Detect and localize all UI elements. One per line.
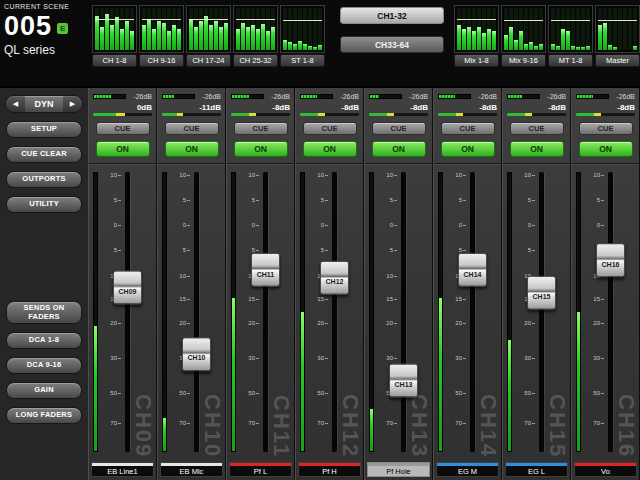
cue-button[interactable]: CUE <box>579 122 633 135</box>
meter-group-ch-1-8: CH 1-8 <box>92 5 137 67</box>
channel-name-text: Vo <box>601 467 610 476</box>
meter-block <box>92 5 137 53</box>
meter-group-ch-17-24: CH 17-24 <box>186 5 231 67</box>
meter-group-master: Master <box>595 5 640 67</box>
peak-hold-indicator <box>142 19 181 20</box>
channel-color-stripe <box>161 463 222 466</box>
level-meter-bar <box>576 8 580 50</box>
fader-bank-buttons: CH1-32CH33-64 <box>340 7 444 65</box>
channel-name-label[interactable]: EB Line1 <box>91 462 154 477</box>
channel-gain-bar <box>438 113 497 116</box>
level-meter-bar <box>251 8 255 50</box>
scene-block[interactable]: CURRENT SCENE 005 E QL series <box>4 3 90 57</box>
fader-knob[interactable]: CH15 <box>527 275 556 309</box>
channel-color-stripe <box>92 463 153 466</box>
on-button[interactable]: ON <box>96 141 150 157</box>
channel-name-label[interactable]: EG L <box>505 462 568 477</box>
sidebar-button-gain[interactable]: GAIN <box>6 382 82 399</box>
meter-group-ch-25-32: CH 25-32 <box>233 5 278 67</box>
channel-strip-ch14: -26dB-8dBCUEON10505101520305070CH14CH14E… <box>433 88 502 480</box>
fader-knob[interactable]: CH11 <box>251 253 280 287</box>
dyn-label[interactable]: DYN <box>25 96 63 112</box>
fader-knob[interactable]: CH16 <box>596 243 625 277</box>
level-meter-bar <box>487 8 491 50</box>
cue-button[interactable]: CUE <box>372 122 426 135</box>
channel-gain-bar <box>231 113 290 116</box>
channel-name-label[interactable]: Pf H <box>298 462 361 477</box>
meter-block <box>548 5 593 53</box>
level-meter-bar <box>194 8 198 50</box>
fader-knob[interactable]: CH13 <box>389 364 418 398</box>
cue-button[interactable]: CUE <box>303 122 357 135</box>
peak-hold-indicator <box>283 20 322 21</box>
meter-block <box>233 5 278 53</box>
on-button[interactable]: ON <box>372 141 426 157</box>
channel-input-meter <box>576 94 609 99</box>
fader-knob-label: CH09 <box>119 288 137 295</box>
fader-knob[interactable]: CH12 <box>320 261 349 295</box>
dyn-prev-arrow-icon[interactable]: ◀ <box>6 96 25 112</box>
scene-edit-badge: E <box>57 23 68 34</box>
channel-name-label[interactable]: EG M <box>436 462 499 477</box>
on-button[interactable]: ON <box>579 141 633 157</box>
channel-name-label[interactable]: EB Mic <box>160 462 223 477</box>
channel-name-label[interactable]: Pf L <box>229 462 292 477</box>
channel-input-meter <box>162 94 195 99</box>
peak-hold-indicator <box>189 19 228 20</box>
on-button[interactable]: ON <box>234 141 288 157</box>
fader-knob[interactable]: CH14 <box>458 253 487 287</box>
level-meter-bar <box>524 8 528 50</box>
channel-name-label[interactable]: Vo <box>574 462 637 477</box>
channel-name-text: Pf L <box>254 467 267 476</box>
level-meter-bar <box>618 8 622 50</box>
level-meter-bar <box>623 8 627 50</box>
sidebar-button-sends-on-faders[interactable]: SENDS ON FADERS <box>6 301 82 324</box>
level-meter-bar <box>613 8 617 50</box>
level-meter-bar <box>529 8 533 50</box>
top-bar: CURRENT SCENE 005 E QL series CH 1-8CH 9… <box>0 0 640 88</box>
level-meter-bar <box>224 8 228 50</box>
dyn-next-arrow-icon[interactable]: ▶ <box>63 96 82 112</box>
on-button[interactable]: ON <box>165 141 219 157</box>
sidebar-button-utility[interactable]: UTILITY <box>6 196 82 213</box>
channel-strip-ch16: -26dB-8dBCUEON10505101520305070CH16CH16V… <box>571 88 640 480</box>
level-meter-bar <box>130 8 134 50</box>
meter-block <box>595 5 640 53</box>
cue-button[interactable]: CUE <box>510 122 564 135</box>
channel-name-label[interactable]: Pf Hole <box>367 462 430 477</box>
peak-hold-indicator <box>504 20 543 21</box>
on-button[interactable]: ON <box>510 141 564 157</box>
cue-button[interactable]: CUE <box>234 122 288 135</box>
channel-strip-ch12: -26dB-8dBCUEON10505101520305070CH12CH12P… <box>295 88 364 480</box>
channel-input-meter <box>369 94 402 99</box>
fader-knob[interactable]: CH09 <box>113 270 142 304</box>
on-button[interactable]: ON <box>303 141 357 157</box>
fader-knob[interactable]: CH10 <box>182 337 211 371</box>
level-meter-bar <box>142 8 146 50</box>
cue-button[interactable]: CUE <box>441 122 495 135</box>
channel-meter-db-label: -26dB <box>478 93 497 100</box>
sidebar-button-outports[interactable]: OUTPORTS <box>6 171 82 188</box>
sidebar-button-setup[interactable]: SETUP <box>6 121 82 138</box>
sidebar: ◀ DYN ▶ SETUPCUE CLEAROUTPORTSUTILITY SE… <box>0 88 88 480</box>
sidebar-button-dca-1-8[interactable]: DCA 1-8 <box>6 332 82 349</box>
meter-group-label: Master <box>595 54 640 67</box>
channel-name-text: EB Mic <box>180 467 204 476</box>
channel-gain-value: -8dB <box>231 103 290 112</box>
channel-color-stripe <box>575 463 636 466</box>
cue-button[interactable]: CUE <box>96 122 150 135</box>
sidebar-button-dca-9-16[interactable]: DCA 9-16 <box>6 357 82 374</box>
bank-button-ch1-32[interactable]: CH1-32 <box>340 7 444 24</box>
channel-color-stripe <box>230 463 291 466</box>
level-meter-bar <box>172 8 176 50</box>
meter-group-st-1-8: ST 1-8 <box>280 5 325 67</box>
channel-strip-ch15: -26dB-8dBCUEON10505101520305070CH15CH15E… <box>502 88 571 480</box>
channel-color-stripe <box>368 463 429 466</box>
channel-name-text: EG L <box>528 467 545 476</box>
bank-button-ch33-64[interactable]: CH33-64 <box>340 36 444 53</box>
sidebar-button-cue-clear[interactable]: CUE CLEAR <box>6 146 82 163</box>
sidebar-button-long-faders[interactable]: LONG FADERS <box>6 407 82 424</box>
on-button[interactable]: ON <box>441 141 495 157</box>
level-meter-bar <box>256 8 260 50</box>
cue-button[interactable]: CUE <box>165 122 219 135</box>
